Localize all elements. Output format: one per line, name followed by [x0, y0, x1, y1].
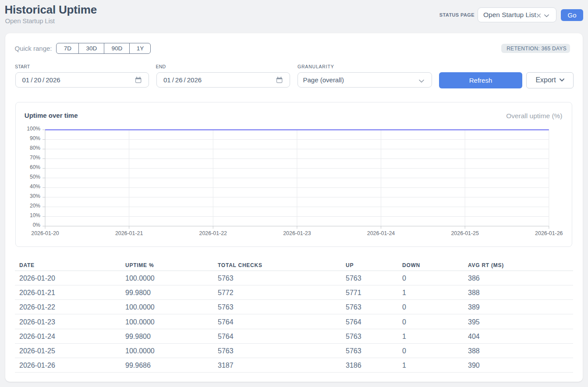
svg-text:2026-01-26: 2026-01-26	[535, 230, 563, 236]
svg-text:2026-01-23: 2026-01-23	[283, 230, 311, 236]
svg-text:2026-01-20: 2026-01-20	[31, 230, 59, 236]
svg-text:100%: 100%	[27, 125, 40, 131]
svg-text:70%: 70%	[29, 154, 40, 160]
svg-text:0%: 0%	[32, 222, 40, 228]
svg-text:30%: 30%	[29, 193, 40, 199]
svg-text:2026-01-22: 2026-01-22	[199, 230, 227, 236]
svg-text:2026-01-25: 2026-01-25	[451, 230, 478, 236]
svg-text:90%: 90%	[29, 135, 40, 141]
svg-text:2026-01-21: 2026-01-21	[115, 230, 142, 236]
svg-text:40%: 40%	[29, 183, 40, 189]
svg-text:80%: 80%	[29, 144, 40, 151]
svg-text:10%: 10%	[29, 212, 40, 218]
svg-text:20%: 20%	[29, 202, 40, 208]
svg-text:50%: 50%	[29, 173, 40, 179]
svg-text:60%: 60%	[29, 164, 40, 170]
svg-text:2026-01-24: 2026-01-24	[367, 230, 394, 236]
